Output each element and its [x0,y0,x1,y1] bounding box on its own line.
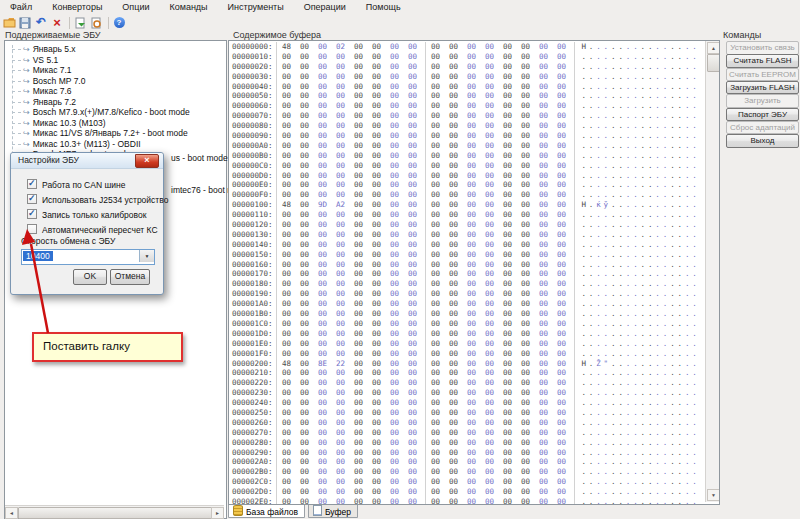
column-divider [574,52,575,62]
hex-byte: 00 [536,131,554,141]
save-icon[interactable] [18,16,32,29]
reset-adaptations-button[interactable]: Сброс адаптаций [726,121,799,135]
hex-byte: 00 [369,200,387,210]
hex-byte: 00 [369,477,387,487]
ascii-char: . [617,131,624,141]
help-icon[interactable]: ? [112,16,126,29]
hex-byte: 00 [464,279,482,289]
hex-byte: 00 [297,91,315,101]
undo-icon[interactable]: ↶ [34,16,48,29]
scroll-right-icon[interactable]: ► [211,507,224,519]
scroll-up-icon[interactable]: ▲ [707,42,720,54]
hex-byte: 00 [482,250,500,260]
dialog-title-bar[interactable]: Настройки ЭБУ [11,153,163,169]
hex-ascii: ................ [580,220,698,230]
hex-bytes-group: 0000000000000000 [428,319,572,329]
hex-byte: 00 [333,161,351,171]
exit-button[interactable]: Выход [726,134,799,148]
auto-checksum-checkbox[interactable] [27,224,37,234]
hex-byte: 00 [405,131,423,141]
column-divider [574,339,575,349]
ascii-char: . [580,398,587,408]
tree-item[interactable]: ↪Микас 10.3 (M103) [12,118,106,128]
delete-icon[interactable]: × [50,16,64,29]
baudrate-select[interactable]: 10400 [21,249,155,265]
scroll-down-icon[interactable]: ▼ [707,489,720,501]
tree-item[interactable]: ↪Январь 5.x [12,44,76,54]
hex-byte: A2 [333,200,351,210]
ascii-char: . [676,289,683,299]
tree-item[interactable]: ↪Микас 7.6 [12,86,72,96]
ascii-char: . [610,190,617,200]
tree-horizontal-scrollbar[interactable]: ◄ ► [5,505,224,518]
scroll-left-icon[interactable]: ◄ [5,507,18,519]
column-divider [276,269,277,279]
ascii-char: . [661,457,668,467]
load-eeprom-button[interactable]: Загрузить EEPROM [726,94,799,108]
hex-address: 00000000: [229,42,274,52]
hex-byte: 00 [315,151,333,161]
hex-vertical-scrollbar[interactable]: ▲ ▼ [705,41,719,502]
ascii-char: . [683,101,690,111]
hex-byte: 00 [351,42,369,52]
tree-item[interactable]: ↪Bosch M7.9.x(+)/M7.8/Kefico - boot mode [12,107,190,117]
close-icon[interactable] [135,154,159,168]
chevron-down-icon[interactable] [139,250,154,262]
ascii-char: . [669,388,676,398]
read-flash-button[interactable]: Считать FLASH [726,54,799,68]
menu-file[interactable]: Файл [0,0,42,14]
tree-item[interactable]: ↪Bosch MP 7.0 [12,76,85,86]
ascii-char: . [691,309,698,319]
scrollbar-thumb[interactable] [18,507,212,519]
hex-byte: 00 [464,438,482,448]
ascii-char: . [587,388,594,398]
j2534-checkbox[interactable] [27,194,37,204]
scrollbar-thumb[interactable] [707,54,720,72]
column-divider [425,319,426,329]
menu-tools[interactable]: Инструменты [218,0,294,14]
hex-byte: 00 [536,448,554,458]
tree-item[interactable]: ↪Микас 11/VS 8/Январь 7.2+ - boot mode [12,128,188,138]
ecu-passport-button[interactable]: Паспорт ЭБУ [726,108,799,122]
menu-converters[interactable]: Конверторы [42,0,112,14]
hex-byte: 00 [387,329,405,339]
tab-buffer[interactable]: Буфер [308,503,358,518]
ascii-char: . [610,151,617,161]
hex-byte: 00 [536,52,554,62]
ascii-char: . [624,91,631,101]
tree-item[interactable]: ↪Микас 7.1 [12,65,72,75]
hex-byte: 00 [387,457,405,467]
hex-row: 000001C0:0000000000000000000000000000000… [229,319,703,329]
export-doc-icon[interactable] [73,16,87,29]
tree-item[interactable]: ↪Микас 10.3+ (M113) - OBDII [12,139,141,149]
load-flash-button[interactable]: Загрузить FLASH [726,81,799,95]
hex-byte: 00 [387,171,405,181]
hex-byte: 00 [446,477,464,487]
ascii-char: . [661,299,668,309]
application-window: ФайлКонверторыОпцииКомандыИнструментыОпе… [0,0,800,519]
open-icon[interactable] [2,16,16,29]
hex-byte: 00 [500,131,518,141]
hex-byte: 00 [536,269,554,279]
tree-item-partially-hidden[interactable]: us - boot mode [171,153,228,163]
hex-row: 00000250:0000000000000000000000000000000… [229,408,703,418]
menu-commands[interactable]: Команды [159,0,217,14]
ecu-node-icon: ↪ [23,140,30,149]
tree-item[interactable]: ↪Январь 7.2 [12,97,76,107]
column-divider [276,240,277,250]
menu-options[interactable]: Опции [112,0,159,14]
connect-button[interactable]: Установить связь [726,41,799,55]
tree-item[interactable]: ↪VS 5.1 [12,55,58,65]
read-eeprom-button[interactable]: Считать EEPROM [726,68,799,82]
menu-help[interactable]: Помощь [356,0,411,14]
view-doc-icon[interactable] [89,16,103,29]
menu-operations[interactable]: Операции [294,0,356,14]
can-bus-checkbox[interactable] [27,179,37,189]
ascii-char: . [683,240,690,250]
tab-file-database[interactable]: База файлов [228,503,305,518]
cancel-button[interactable]: Отмена [110,269,150,285]
ascii-char: . [654,428,661,438]
ascii-char: H [580,42,587,52]
ok-button[interactable]: OK [73,269,107,285]
calibrations-only-checkbox[interactable] [27,209,37,219]
